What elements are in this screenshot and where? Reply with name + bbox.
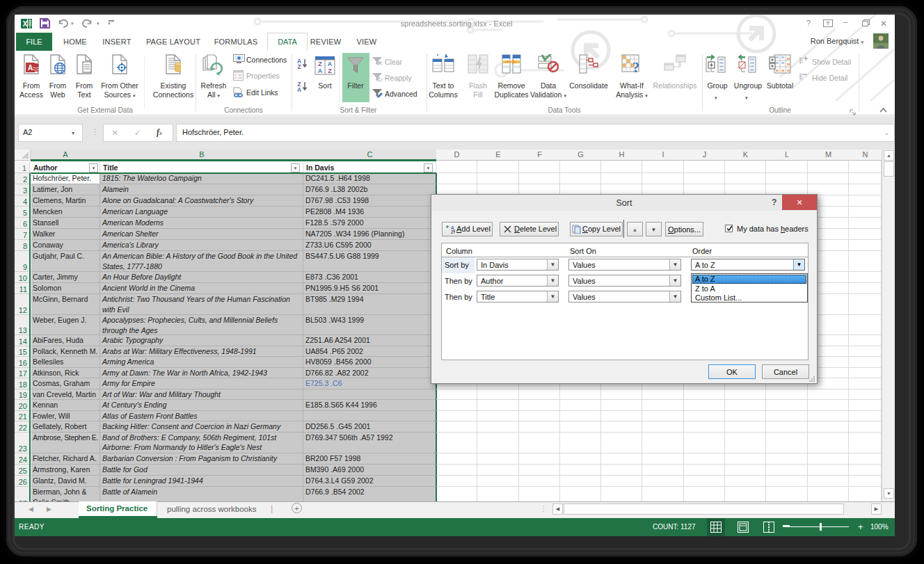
svg-text:A: A	[318, 67, 323, 74]
svg-text:Z: Z	[318, 61, 322, 67]
svg-text:Z: Z	[297, 63, 301, 70]
svg-text:X: X	[23, 20, 28, 28]
svg-text:Z: Z	[328, 67, 332, 74]
svg-text:A: A	[28, 64, 33, 72]
svg-text:A: A	[328, 61, 333, 67]
svg-text:Z: Z	[451, 229, 454, 234]
svg-text:?: ?	[632, 60, 639, 74]
